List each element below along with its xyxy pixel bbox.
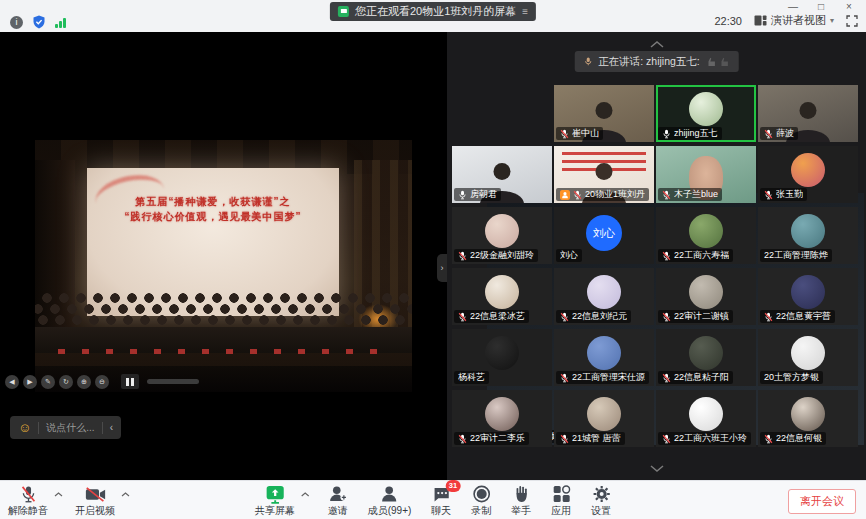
minimize-button[interactable]: — (782, 0, 804, 13)
avatar (689, 92, 723, 126)
apps-icon (552, 484, 570, 504)
prev-button[interactable]: ◀ (5, 375, 19, 389)
participant-tile[interactable]: 20物业1班刘丹 (554, 146, 654, 203)
share-options-chevron[interactable] (301, 492, 310, 497)
view-mode-switcher[interactable]: 演讲者视图 ▾ (754, 13, 834, 28)
participant-name-strip: 崔中山 (556, 127, 603, 140)
chat-button[interactable]: 31 聊天 (429, 482, 453, 517)
participant-name-strip: 木子兰blue (658, 188, 722, 201)
participant-tile[interactable]: 22信息梁冰艺 (452, 268, 552, 325)
participant-name-strip: 薛波 (760, 127, 798, 140)
screen-share-status-icon (338, 6, 349, 17)
mic-muted-icon (560, 129, 569, 139)
unmute-button[interactable]: 解除静音 (6, 482, 50, 517)
avatar (791, 336, 825, 370)
avatar (791, 153, 825, 187)
participant-tile[interactable]: 22工商管理陈烨 (758, 207, 858, 264)
invite-button[interactable]: 邀请 (326, 482, 350, 517)
security-shield-icon[interactable] (32, 15, 46, 29)
participant-tile[interactable]: 薛波 (758, 85, 858, 142)
watching-screen-pill[interactable]: 您正在观看20物业1班刘丹的屏幕 ≡ (330, 2, 536, 21)
network-signal-icon[interactable] (55, 17, 66, 28)
camera-off-icon (85, 484, 106, 504)
pause-button[interactable] (121, 374, 139, 389)
collapse-chat-icon[interactable]: ‹ (110, 422, 113, 433)
participant-tile[interactable]: 房朝君 (452, 146, 552, 203)
zoom-in-button[interactable]: ⊕ (77, 375, 91, 389)
mic-muted-icon (560, 312, 569, 322)
participant-name: 22审计二谢镇 (674, 311, 729, 322)
participant-name: zhijing五七 (674, 128, 718, 139)
participant-tile[interactable]: 刘心刘心 (554, 207, 654, 264)
record-button[interactable]: 录制 (469, 482, 493, 517)
zoom-out-button[interactable]: ⊖ (95, 375, 109, 389)
participant-tile[interactable]: 22级金融刘甜玲 (452, 207, 552, 264)
participant-tile[interactable]: 张玉勤 (758, 146, 858, 203)
participant-tile[interactable]: 22工商六班王小玲 (656, 390, 756, 447)
pill-menu-icon[interactable]: ≡ (522, 6, 528, 17)
participant-tile[interactable]: 22信息粘子阳 (656, 329, 756, 386)
fullscreen-icon[interactable] (846, 15, 858, 27)
apps-button[interactable]: 应用 (549, 482, 573, 517)
mic-muted-icon (662, 251, 671, 261)
mic-icon (583, 56, 592, 67)
avatar (791, 214, 825, 248)
record-icon (472, 484, 490, 504)
panel-expand-handle[interactable]: › (437, 254, 447, 282)
participant-tile[interactable]: 22信息黄宇普 (758, 268, 858, 325)
close-button[interactable]: × (838, 0, 860, 13)
scroll-up-icon[interactable] (649, 41, 665, 48)
participant-name-strip: 22信息梁冰艺 (454, 310, 529, 323)
meeting-info-icon[interactable]: i (10, 16, 23, 29)
members-label: 成员(99+) (368, 505, 412, 516)
participant-tile[interactable]: 22工商六寿福 (656, 207, 756, 264)
mic-muted-icon (662, 373, 671, 383)
progress-bar[interactable] (147, 379, 199, 384)
avatar (485, 397, 519, 431)
next-button[interactable]: ▶ (23, 375, 37, 389)
participant-tile[interactable]: 22审计二李乐 (452, 390, 552, 447)
mic-muted-icon (662, 190, 671, 200)
leave-meeting-button[interactable]: 离开会议 (788, 489, 856, 514)
participant-tile[interactable]: 22信息何银 (758, 390, 858, 447)
participant-name: 薛波 (776, 128, 794, 139)
participant-tile[interactable]: zhijing五七 (656, 85, 756, 142)
members-button[interactable]: 成员(99+) (366, 482, 414, 517)
participant-tile[interactable]: 22审计二谢镇 (656, 268, 756, 325)
participant-name-strip: 21城管 唐蕾 (556, 432, 625, 445)
banner-line-1: 第五届“播种谦爱，收获谦谨”之 (87, 194, 339, 209)
mic-options-chevron[interactable] (54, 492, 63, 497)
rotate-button[interactable]: ↻ (59, 375, 73, 389)
participant-name: 20物业1班刘丹 (585, 189, 645, 200)
raise-hand-button[interactable]: 举手 (509, 482, 533, 517)
participant-tile[interactable]: 崔中山 (554, 85, 654, 142)
share-screen-button[interactable]: 共享屏幕 (253, 482, 297, 517)
mic-muted-icon (764, 434, 773, 444)
participant-tile[interactable]: 20土管方梦银 (758, 329, 858, 386)
participant-tile[interactable]: 22信息刘纪元 (554, 268, 654, 325)
participant-tile[interactable]: 木子兰blue (656, 146, 756, 203)
share-screen-label: 共享屏幕 (255, 505, 295, 516)
maximize-button[interactable]: □ (810, 0, 832, 13)
quick-chat-bar: ☺ 说点什么... ‹ (10, 416, 121, 439)
avatar (485, 275, 519, 309)
participant-name: 22工商管理陈烨 (764, 250, 828, 261)
settings-button[interactable]: 设置 (589, 482, 613, 517)
participant-name-strip: 22审计二谢镇 (658, 310, 733, 323)
participant-tile[interactable]: 21城管 唐蕾 (554, 390, 654, 447)
participant-name: 22级金融刘甜玲 (470, 250, 534, 261)
participant-name: 22工商六班王小玲 (674, 433, 747, 444)
participant-tile[interactable]: 杨科艺 (452, 329, 552, 386)
participant-name-strip: zhijing五七 (658, 127, 722, 140)
record-label: 录制 (471, 505, 491, 516)
annotate-pen-button[interactable]: ✎ (41, 375, 55, 389)
scroll-down-icon[interactable] (649, 465, 665, 472)
participant-tile[interactable]: 22工商管理宋仕源 (554, 329, 654, 386)
emoji-icon[interactable]: ☺ (18, 421, 31, 434)
start-video-button[interactable]: 开启视频 (73, 482, 117, 517)
participant-name: 22工商六寿福 (674, 250, 729, 261)
participant-name-strip: 20物业1班刘丹 (556, 188, 649, 201)
participant-name: 崔中山 (572, 128, 599, 139)
video-options-chevron[interactable] (121, 492, 130, 497)
chat-input-placeholder[interactable]: 说点什么... (46, 421, 94, 435)
